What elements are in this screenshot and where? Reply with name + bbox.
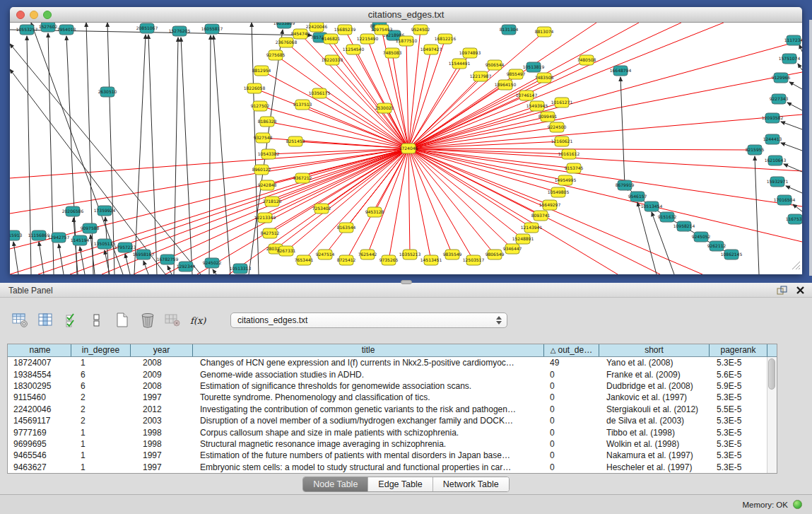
table-cell: 0: [544, 428, 599, 438]
panel-splitter-handle[interactable]: [401, 280, 412, 284]
svg-text:9242848: 9242848: [258, 182, 277, 187]
tab-edge-table[interactable]: Edge Table: [368, 477, 433, 491]
table-cell: Tibbo et al. (1998): [599, 428, 710, 438]
table-row[interactable]: 946554611997Estimation of the future num…: [9, 450, 767, 461]
table-cell: 9777169: [9, 428, 71, 438]
citation-network-graph[interactable]: 1055325715276027954018208510671527620516…: [10, 23, 802, 274]
table-selector-dropdown[interactable]: citations_edges.txt: [230, 313, 507, 328]
table-row[interactable]: 1830029562008Estimation of significance …: [9, 380, 767, 392]
svg-text:17957223: 17957223: [114, 245, 136, 250]
table-cell: Franke et al. (2009): [599, 370, 710, 380]
column-header-name[interactable]: name: [9, 344, 71, 356]
table-row[interactable]: 1938455462009Genome-wide association stu…: [9, 368, 767, 380]
vertical-scrollbar[interactable]: [767, 357, 777, 473]
svg-text:8679919: 8679919: [616, 182, 635, 187]
float-panel-icon[interactable]: [777, 285, 787, 298]
table-cell: 19384554: [9, 370, 71, 380]
svg-text:18220330: 18220330: [322, 57, 343, 62]
table-row[interactable]: 946362711997Embryonic stem cells: a mode…: [9, 462, 767, 473]
minimize-window-button[interactable]: [30, 11, 38, 19]
table-settings-icon[interactable]: [10, 310, 31, 330]
svg-text:1145194: 1145194: [71, 238, 90, 243]
svg-text:15493945: 15493945: [526, 103, 548, 108]
svg-text:9735265: 9735265: [379, 257, 399, 262]
svg-text:18226058: 18226058: [244, 86, 266, 90]
table-mode-icon[interactable]: [86, 310, 107, 330]
network-window: citations_edges.txt 10553257152760279540…: [10, 7, 802, 274]
table-cell: 1997: [131, 462, 193, 472]
table-cell: 0: [544, 381, 599, 391]
table-cell: 0: [544, 392, 599, 402]
column-header-out_de[interactable]: △out_de…: [544, 344, 599, 356]
tab-node-table[interactable]: Node Table: [303, 477, 368, 491]
table-row[interactable]: 1456911722003Disruption of a novel membe…: [9, 415, 767, 426]
table-cell: Stergiakouli et al. (2012): [599, 404, 710, 414]
svg-text:9224500: 9224500: [548, 124, 567, 129]
table-panel-header: Table Panel: [0, 283, 812, 298]
table-header-row: namein_degreeyeartitle△out_de…shortpager…: [8, 344, 777, 357]
zoom-window-button[interactable]: [43, 11, 52, 19]
trash-icon[interactable]: [137, 310, 158, 330]
table-cell: Estimation of significance thresholds fo…: [193, 381, 544, 391]
table-row[interactable]: 977716911998Corpus callosum shape and si…: [9, 426, 767, 438]
svg-text:15932971: 15932971: [767, 179, 789, 184]
svg-text:10513819: 10513819: [523, 64, 545, 69]
delete-table-icon[interactable]: [163, 310, 184, 330]
svg-text:8186328: 8186328: [258, 119, 277, 124]
table-cell: 5.6E-5: [710, 370, 767, 380]
network-canvas[interactable]: 1055325715276027954018208510671527620516…: [10, 23, 802, 274]
network-window-titlebar[interactable]: citations_edges.txt: [10, 7, 802, 23]
svg-text:14513451: 14513451: [420, 257, 442, 262]
column-header-in_degree[interactable]: in_degree: [71, 344, 131, 356]
svg-text:7653441: 7653441: [295, 257, 314, 262]
svg-text:9275685: 9275685: [266, 52, 286, 57]
svg-text:2530021: 2530021: [375, 105, 394, 110]
svg-text:12143941: 12143941: [521, 225, 543, 230]
table-row[interactable]: 911546021997Tourette syndrome. Phenomeno…: [9, 392, 767, 403]
table-cell: 1: [71, 358, 131, 368]
svg-text:8251453: 8251453: [286, 139, 305, 144]
table-cell: de Silva et al. (2003): [599, 416, 710, 426]
svg-text:9153745: 9153745: [565, 165, 584, 170]
svg-text:12160621: 12160621: [551, 139, 573, 144]
svg-text:13505135: 13505135: [94, 241, 116, 246]
svg-text:11877510: 11877510: [396, 38, 418, 43]
svg-text:9151632: 9151632: [658, 214, 677, 219]
column-display-icon[interactable]: [35, 310, 57, 330]
window-resize-grip[interactable]: [789, 259, 801, 273]
row-select-icon[interactable]: [61, 310, 82, 330]
column-header-title[interactable]: title: [193, 344, 544, 356]
table-cell: 9463627: [9, 462, 71, 472]
table-cell: Corpus callosum shape and size in male p…: [193, 428, 544, 438]
function-builder-icon[interactable]: f(x): [188, 310, 209, 330]
close-window-button[interactable]: [16, 11, 25, 19]
table-cell: 9699695: [9, 439, 71, 449]
table-cell: Genome-wide association studies in ADHD.: [193, 370, 544, 380]
table-cell: 6: [71, 370, 131, 380]
table-toolbar: f(x) citations_edges.txt: [0, 298, 812, 343]
memory-status-icon: [793, 500, 802, 509]
tab-network-table[interactable]: Network Table: [433, 477, 509, 491]
new-document-icon[interactable]: [112, 310, 133, 330]
close-panel-icon[interactable]: [796, 285, 805, 298]
svg-text:15751074: 15751074: [779, 56, 801, 61]
table-cell: 5.3E-5: [710, 428, 767, 438]
svg-text:3915913: 3915913: [10, 233, 23, 238]
svg-text:1292344: 1292344: [177, 264, 196, 269]
table-row[interactable]: 1872400712008Changes of HCN gene express…: [9, 357, 767, 368]
table-row[interactable]: 2242004622012Investigating the contribut…: [9, 404, 767, 415]
svg-text:9806549: 9806549: [486, 252, 505, 257]
table-row[interactable]: 969969511998Structural magnetic resonanc…: [9, 438, 767, 450]
svg-text:8427512: 8427512: [261, 230, 280, 235]
table-cell: Hescheler et al. (1997): [599, 462, 710, 472]
table-cell: 5.5E-5: [710, 404, 767, 414]
svg-text:15248891: 15248891: [512, 236, 534, 241]
table-cell: 1997: [131, 450, 193, 460]
scrollbar-thumb[interactable]: [768, 358, 775, 390]
column-header-year[interactable]: year: [131, 344, 193, 356]
table-cell: Yano et al. (2008): [599, 358, 710, 368]
column-header-pagerank[interactable]: pagerank: [710, 344, 767, 356]
table-cell: Structural magnetic resonance image aver…: [193, 439, 544, 449]
svg-text:17016504: 17016504: [774, 197, 796, 202]
column-header-short[interactable]: short: [599, 344, 710, 356]
